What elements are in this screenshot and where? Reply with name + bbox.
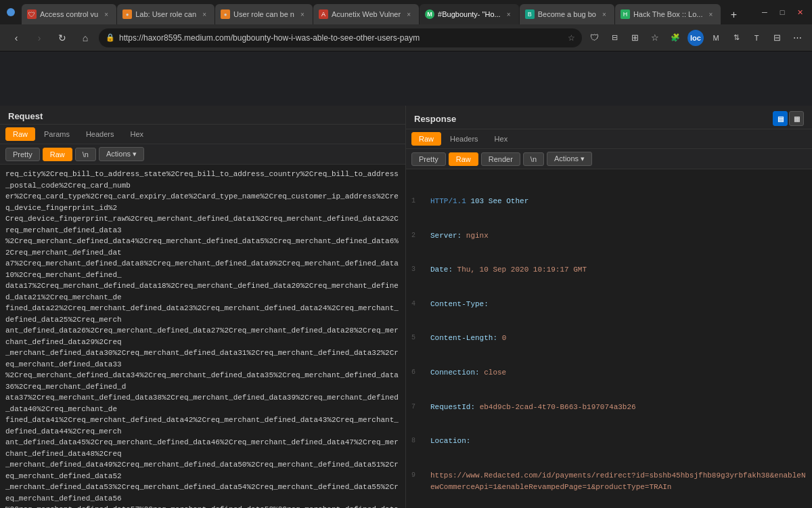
tab-close-5[interactable]: ×	[504, 9, 514, 19]
response-panel-tabs: Raw Headers Hex	[406, 129, 812, 149]
request-tab-params[interactable]: Params	[37, 127, 77, 141]
browser-chrome: 🛡 Access control vu × ● Lab: User role c…	[0, 0, 812, 51]
response-action-raw[interactable]: Raw	[449, 152, 478, 166]
main-content: Request Raw Params Headers Hex Pretty Ra…	[0, 106, 812, 508]
address-bar[interactable]: 🔒 https://haxor8595.medium.com/bugbounty…	[99, 28, 582, 47]
sync-icon[interactable]: ⇅	[728, 30, 744, 46]
tab-favicon-2: ●	[122, 9, 132, 19]
tab-title-5: #Bugbounty- "Ho...	[438, 10, 501, 18]
forward-button[interactable]: ›	[30, 28, 49, 47]
tab-favicon-7: H	[621, 9, 630, 19]
response-line-6: 6 Connection: close	[411, 367, 807, 379]
view-btn-1[interactable]: ▤	[773, 111, 788, 126]
m365-icon[interactable]: M	[708, 30, 724, 46]
new-tab-button[interactable]: +	[724, 5, 743, 24]
response-action-pretty[interactable]: Pretty	[411, 152, 446, 166]
request-action-ln[interactable]: \n	[75, 148, 96, 161]
response-tab-headers[interactable]: Headers	[443, 132, 486, 146]
response-tab-raw[interactable]: Raw	[411, 132, 441, 146]
request-panel-header: Request	[0, 106, 405, 125]
menu-button[interactable]: ⋯	[789, 30, 805, 46]
favorites-icon[interactable]: ☆	[647, 30, 663, 46]
browser-tab-4[interactable]: A Acunetix Web Vulner ×	[313, 4, 419, 24]
request-panel-content[interactable]: req_city%2Creq_bill_to_address_state%2Cr…	[0, 165, 405, 508]
tab-title-3: User role can be n	[233, 10, 294, 18]
title-bar: 🛡 Access control vu × ● Lab: User role c…	[0, 0, 812, 24]
window-icon	[5, 7, 16, 18]
response-panel-content[interactable]: 1 HTTP/1.1 103 See Other 2 Server: nginx…	[406, 169, 812, 508]
refresh-button[interactable]: ↻	[53, 28, 72, 47]
tab-favicon-3: ●	[221, 9, 230, 19]
tab-title-4: Acunetix Web Vulner	[332, 10, 401, 18]
response-panel: Response ▤ ▦ Raw Headers Hex Pretty Raw …	[406, 106, 812, 508]
close-button[interactable]: ✕	[793, 5, 807, 19]
reader-icon[interactable]: ⊟	[606, 30, 623, 46]
tab-title-7: Hack The Box :: Lo...	[633, 10, 703, 18]
response-line-4: 4 Content-Type:	[411, 299, 807, 311]
minimize-button[interactable]: ─	[758, 5, 771, 19]
page-top-spacer	[0, 51, 812, 106]
response-tab-hex[interactable]: Hex	[487, 132, 516, 146]
response-line-2: 2 Server: nginx	[411, 230, 807, 242]
address-text: https://haxor8595.medium.com/bugbounty-h…	[119, 33, 564, 43]
lock-icon: 🔒	[106, 33, 115, 42]
response-line-7: 7 RequestId: eb4d9cb-2cad-4t70-B663-b197…	[411, 402, 807, 414]
response-line-1: 1 HTTP/1.1 103 See Other	[411, 196, 807, 208]
tab-favicon-4: A	[319, 9, 328, 19]
request-actions-button[interactable]: Actions ▾	[99, 147, 144, 161]
response-actions-button[interactable]: Actions ▾	[547, 152, 592, 166]
tab-close-2[interactable]: ×	[200, 9, 209, 19]
tab-title-6: Become a bug bo	[538, 10, 596, 18]
tab-close-3[interactable]: ×	[298, 9, 307, 19]
tab-close-6[interactable]: ×	[600, 9, 609, 19]
bookmark-icon[interactable]: ☆	[568, 33, 575, 43]
tab-close-4[interactable]: ×	[404, 9, 413, 19]
back-button[interactable]: ‹	[7, 28, 26, 47]
request-action-pretty[interactable]: Pretty	[5, 148, 40, 161]
request-panel-tabs: Raw Params Headers Hex	[0, 125, 405, 144]
home-button[interactable]: ⌂	[76, 28, 95, 47]
browser-tab-1[interactable]: 🛡 Access control vu ×	[22, 4, 116, 24]
toolbar: ‹ › ↻ ⌂ 🔒 https://haxor8595.medium.com/b…	[0, 24, 812, 51]
extensions-icon[interactable]: 🧩	[667, 30, 683, 46]
tab-title-1: Access control vu	[40, 10, 98, 18]
response-line-9: 9 https://www.Redacted.com/id/payments/r…	[411, 470, 807, 494]
response-action-ln[interactable]: \n	[523, 152, 544, 166]
sidebar-icon[interactable]: ⊟	[769, 30, 785, 46]
profile-button[interactable]: loc	[687, 30, 704, 46]
request-tab-hex[interactable]: Hex	[123, 127, 152, 141]
view-toggle: ▤ ▦	[773, 111, 804, 126]
request-action-raw[interactable]: Raw	[43, 148, 72, 161]
response-action-render[interactable]: Render	[481, 152, 520, 166]
window-controls: ─ □ ✕	[758, 5, 807, 19]
request-tab-headers[interactable]: Headers	[78, 127, 122, 141]
browser-tab-2[interactable]: ● Lab: User role can ×	[117, 4, 215, 24]
response-panel-header: Response ▤ ▦	[406, 106, 812, 129]
browser-tab-5[interactable]: M #Bugbounty- "Ho... ×	[420, 4, 519, 24]
panels-container: Request Raw Params Headers Hex Pretty Ra…	[0, 106, 812, 508]
translate-icon[interactable]: T	[748, 30, 765, 46]
toolbar-right: 🛡 ⊟ ⊞ ☆ 🧩 loc M ⇅ T ⊟ ⋯	[586, 30, 805, 46]
tabs-container: 🛡 Access control vu × ● Lab: User role c…	[22, 0, 750, 24]
tab-favicon-6: B	[525, 9, 535, 19]
browser-tab-3[interactable]: ● User role can be n ×	[215, 4, 313, 24]
svg-point-0	[7, 8, 15, 16]
tab-close-1[interactable]: ×	[102, 9, 111, 19]
tab-title-2: Lab: User role can	[135, 10, 196, 18]
request-tab-raw[interactable]: Raw	[5, 127, 35, 141]
view-btn-2[interactable]: ▦	[789, 111, 804, 126]
request-panel-actions: Pretty Raw \n Actions ▾	[0, 144, 405, 165]
tab-close-7[interactable]: ×	[706, 9, 715, 19]
maximize-button[interactable]: □	[775, 5, 789, 19]
response-panel-actions: Pretty Raw Render \n Actions ▾	[406, 149, 812, 169]
tab-favicon-1: 🛡	[27, 9, 37, 19]
response-line-5: 5 Content-Length: 0	[411, 333, 807, 345]
shield-icon[interactable]: 🛡	[586, 30, 602, 46]
collection-icon[interactable]: ⊞	[627, 30, 643, 46]
request-panel: Request Raw Params Headers Hex Pretty Ra…	[0, 106, 406, 508]
browser-tab-7[interactable]: H Hack The Box :: Lo... ×	[615, 4, 721, 24]
response-line-3: 3 Date: Thu, 10 Sep 2020 10:19:17 GMT	[411, 264, 807, 276]
browser-tab-6[interactable]: B Become a bug bo ×	[520, 4, 614, 24]
response-line-8: 8 Location:	[411, 436, 807, 448]
tab-favicon-5: M	[425, 9, 434, 19]
